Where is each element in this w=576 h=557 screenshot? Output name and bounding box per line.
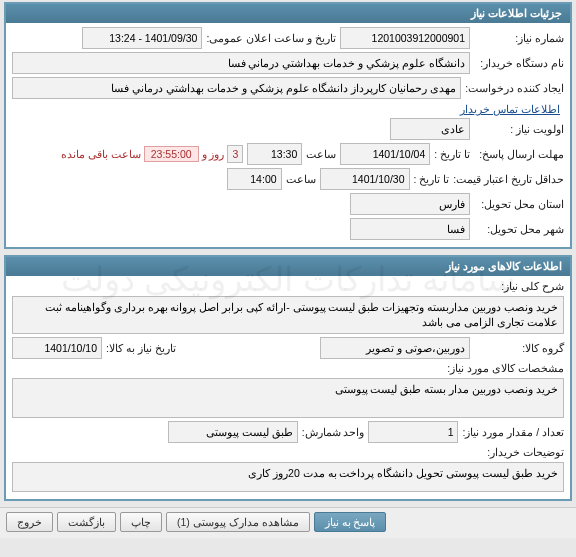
need-info-header: جزئیات اطلاعات نیاز: [6, 4, 570, 23]
quote-valid-date-field: 1401/10/30: [320, 168, 410, 190]
deadline-label: مهلت ارسال پاسخ:: [474, 148, 564, 160]
need-info-panel: جزئیات اطلاعات نیاز شماره نیاز: 12010039…: [4, 2, 572, 249]
goods-info-header: اطلاعات کالاهای مورد نیاز: [6, 257, 570, 276]
need-no-label: شماره نیاز:: [474, 32, 564, 44]
deadline-time-label: ساعت: [306, 148, 336, 160]
spec-label: مشخصات کالای مورد نیاز:: [447, 362, 564, 374]
priority-label: اولویت نیاز :: [474, 123, 564, 135]
unit-field: طبق لیست پیوستی: [168, 421, 298, 443]
creator-label: ایجاد کننده درخواست:: [465, 82, 564, 94]
delivery-city-field: فسا: [350, 218, 470, 240]
deadline-date-field: 1401/10/04: [340, 143, 430, 165]
goods-info-body: شرح کلی نیاز: خرید ونصب دوربین مداربسته …: [6, 276, 570, 499]
to-date-label-2: تا تاریخ :: [414, 173, 450, 185]
goods-info-panel: اطلاعات کالاهای مورد نیاز شرح کلی نیاز: …: [4, 255, 572, 501]
to-date-label-1: تا تاریخ :: [434, 148, 470, 160]
buyer-note-field: خرید طبق لیست پیوستی تحویل دانشگاه پرداخ…: [12, 462, 564, 492]
desc-label: شرح کلی نیاز:: [474, 280, 564, 292]
public-datetime-label: تاریخ و ساعت اعلان عمومی:: [206, 32, 336, 44]
delivery-city-label: شهر محل تحویل:: [474, 223, 564, 235]
need-date-field: 1401/10/10: [12, 337, 102, 359]
quote-valid-time-label: ساعت: [286, 173, 316, 185]
delivery-province-label: استان محل تحویل:: [474, 198, 564, 210]
creator-field: مهدی رحمانیان کارپرداز دانشگاه علوم پزشک…: [12, 77, 461, 99]
qty-field: 1: [368, 421, 458, 443]
back-button[interactable]: بازگشت: [57, 512, 116, 532]
buyer-field: دانشگاه علوم پزشکي و خدمات بهداشتي درمان…: [12, 52, 470, 74]
deadline-time-field: 13:30: [247, 143, 302, 165]
attachments-button[interactable]: مشاهده مدارک پیوستی (1): [166, 512, 310, 532]
qty-label: تعداد / مقدار مورد نیاز:: [462, 426, 564, 438]
unit-label: واحد شمارش:: [302, 426, 365, 438]
remaining-clock: 23:55:00: [144, 146, 199, 162]
remaining-suffix: ساعت باقی مانده: [61, 148, 141, 160]
need-info-body: شماره نیاز: 1201003912000901 تاریخ و ساع…: [6, 23, 570, 247]
reply-button[interactable]: پاسخ به نیاز: [314, 512, 387, 532]
buyer-note-label: توضیحات خریدار:: [474, 446, 564, 458]
group-field: دوربین،صوتی و تصویر: [320, 337, 470, 359]
public-datetime-field: 1401/09/30 - 13:24: [82, 27, 202, 49]
buyer-label: نام دستگاه خریدار:: [474, 57, 564, 69]
print-button[interactable]: چاپ: [120, 512, 162, 532]
remaining-days-label: روز و: [202, 148, 225, 160]
desc-field: خرید ونصب دوربین مداربسته وتجهیزات طبق ل…: [12, 296, 564, 334]
quote-valid-time-field: 14:00: [227, 168, 282, 190]
remaining-time: 3 روز و 23:55:00 ساعت باقی مانده: [61, 146, 243, 162]
priority-field: عادی: [390, 118, 470, 140]
need-date-label: تاریخ نیاز به کالا:: [106, 342, 176, 354]
delivery-province-field: فارس: [350, 193, 470, 215]
group-label: گروه کالا:: [474, 342, 564, 354]
quote-valid-label: حداقل تاریخ اعتبار قیمت:: [453, 173, 564, 185]
buyer-contact-link[interactable]: اطلاعات تماس خریدار: [460, 103, 560, 115]
spec-field: خرید ونصب دوربین مدار بسته طبق لیست پیوس…: [12, 378, 564, 418]
need-no-field: 1201003912000901: [340, 27, 470, 49]
remaining-days: 3: [227, 145, 243, 163]
exit-button[interactable]: خروج: [6, 512, 53, 532]
footer-bar: پاسخ به نیاز مشاهده مدارک پیوستی (1) چاپ…: [0, 507, 576, 538]
